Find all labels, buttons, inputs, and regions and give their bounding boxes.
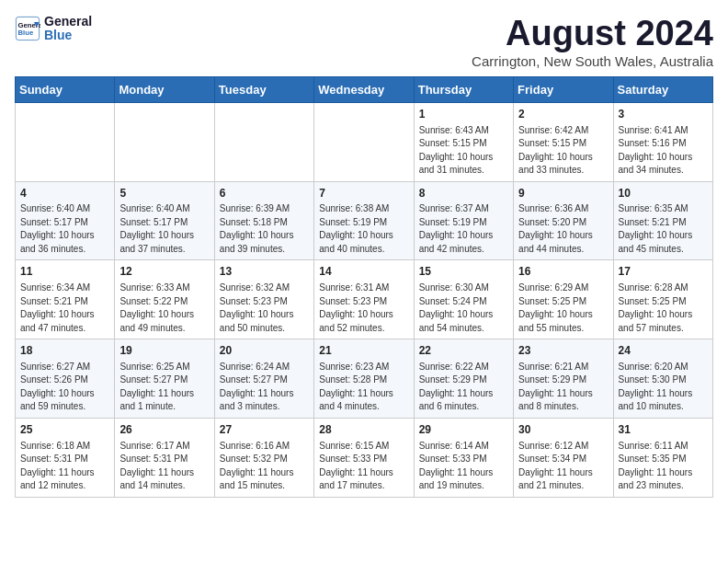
calendar-cell: 13Sunrise: 6:32 AM Sunset: 5:23 PM Dayli… bbox=[214, 260, 313, 339]
calendar-cell: 19Sunrise: 6:25 AM Sunset: 5:27 PM Dayli… bbox=[115, 339, 214, 419]
calendar-header-row: SundayMondayTuesdayWednesdayThursdayFrid… bbox=[16, 76, 713, 102]
day-info: Sunrise: 6:11 AM Sunset: 5:35 PM Dayligh… bbox=[619, 440, 708, 493]
day-number: 6 bbox=[220, 186, 309, 201]
col-header-monday: Monday bbox=[115, 76, 214, 102]
day-info: Sunrise: 6:38 AM Sunset: 5:19 PM Dayligh… bbox=[319, 202, 408, 256]
day-number: 14 bbox=[319, 264, 408, 280]
day-number: 18 bbox=[20, 343, 109, 359]
day-info: Sunrise: 6:39 AM Sunset: 5:18 PM Dayligh… bbox=[220, 202, 309, 256]
calendar-cell: 14Sunrise: 6:31 AM Sunset: 5:23 PM Dayli… bbox=[314, 260, 414, 339]
day-number: 9 bbox=[518, 186, 608, 201]
day-number: 19 bbox=[119, 343, 209, 359]
calendar-cell: 28Sunrise: 6:15 AM Sunset: 5:33 PM Dayli… bbox=[314, 418, 414, 497]
calendar-week-1: 1Sunrise: 6:43 AM Sunset: 5:15 PM Daylig… bbox=[16, 102, 713, 181]
calendar-week-2: 4Sunrise: 6:40 AM Sunset: 5:17 PM Daylig… bbox=[16, 181, 713, 260]
day-info: Sunrise: 6:18 AM Sunset: 5:31 PM Dayligh… bbox=[20, 440, 109, 493]
day-info: Sunrise: 6:21 AM Sunset: 5:29 PM Dayligh… bbox=[518, 361, 608, 414]
col-header-friday: Friday bbox=[514, 76, 613, 102]
day-info: Sunrise: 6:23 AM Sunset: 5:28 PM Dayligh… bbox=[319, 361, 408, 414]
calendar-week-4: 18Sunrise: 6:27 AM Sunset: 5:26 PM Dayli… bbox=[16, 339, 713, 419]
day-info: Sunrise: 6:40 AM Sunset: 5:17 PM Dayligh… bbox=[20, 202, 109, 256]
calendar-cell: 8Sunrise: 6:37 AM Sunset: 5:19 PM Daylig… bbox=[414, 181, 513, 260]
day-info: Sunrise: 6:40 AM Sunset: 5:17 PM Dayligh… bbox=[119, 202, 209, 256]
day-number: 27 bbox=[220, 422, 309, 438]
day-info: Sunrise: 6:22 AM Sunset: 5:29 PM Dayligh… bbox=[419, 361, 508, 414]
calendar-cell: 18Sunrise: 6:27 AM Sunset: 5:26 PM Dayli… bbox=[16, 339, 115, 419]
day-info: Sunrise: 6:42 AM Sunset: 5:15 PM Dayligh… bbox=[518, 124, 608, 178]
day-info: Sunrise: 6:29 AM Sunset: 5:25 PM Dayligh… bbox=[518, 282, 608, 335]
day-info: Sunrise: 6:15 AM Sunset: 5:33 PM Dayligh… bbox=[319, 440, 408, 493]
day-info: Sunrise: 6:34 AM Sunset: 5:21 PM Dayligh… bbox=[20, 282, 109, 335]
day-number: 21 bbox=[319, 343, 408, 359]
calendar-cell: 26Sunrise: 6:17 AM Sunset: 5:31 PM Dayli… bbox=[115, 418, 214, 497]
day-info: Sunrise: 6:33 AM Sunset: 5:22 PM Dayligh… bbox=[119, 282, 209, 335]
calendar-cell: 2Sunrise: 6:42 AM Sunset: 5:15 PM Daylig… bbox=[514, 102, 613, 181]
col-header-sunday: Sunday bbox=[16, 76, 115, 102]
day-number: 29 bbox=[419, 422, 508, 438]
calendar-cell: 7Sunrise: 6:38 AM Sunset: 5:19 PM Daylig… bbox=[314, 181, 414, 260]
day-number: 25 bbox=[20, 422, 109, 438]
day-number: 12 bbox=[119, 264, 209, 280]
day-info: Sunrise: 6:25 AM Sunset: 5:27 PM Dayligh… bbox=[119, 361, 209, 414]
title-block: August 2024 Carrington, New South Wales,… bbox=[472, 15, 713, 69]
day-number: 3 bbox=[619, 107, 708, 122]
calendar-cell: 21Sunrise: 6:23 AM Sunset: 5:28 PM Dayli… bbox=[314, 339, 414, 419]
day-number: 13 bbox=[220, 264, 309, 280]
calendar-cell bbox=[214, 102, 313, 181]
calendar-cell: 31Sunrise: 6:11 AM Sunset: 5:35 PM Dayli… bbox=[613, 418, 712, 497]
calendar-cell bbox=[314, 102, 414, 181]
day-number: 4 bbox=[20, 186, 109, 201]
day-info: Sunrise: 6:28 AM Sunset: 5:25 PM Dayligh… bbox=[619, 282, 708, 335]
calendar-cell bbox=[115, 102, 214, 181]
calendar-cell: 9Sunrise: 6:36 AM Sunset: 5:20 PM Daylig… bbox=[514, 181, 613, 260]
logo-general: General bbox=[44, 15, 92, 29]
day-number: 31 bbox=[619, 422, 708, 438]
day-info: Sunrise: 6:35 AM Sunset: 5:21 PM Dayligh… bbox=[619, 202, 708, 256]
calendar-cell: 4Sunrise: 6:40 AM Sunset: 5:17 PM Daylig… bbox=[16, 181, 115, 260]
day-number: 10 bbox=[619, 186, 708, 201]
calendar-cell: 11Sunrise: 6:34 AM Sunset: 5:21 PM Dayli… bbox=[16, 260, 115, 339]
calendar-table: SundayMondayTuesdayWednesdayThursdayFrid… bbox=[15, 76, 713, 498]
logo-blue: Blue bbox=[44, 29, 92, 42]
logo-icon: General Blue bbox=[15, 16, 40, 41]
day-number: 16 bbox=[518, 264, 608, 280]
logo: General Blue General Blue bbox=[15, 15, 92, 43]
day-info: Sunrise: 6:20 AM Sunset: 5:30 PM Dayligh… bbox=[619, 361, 708, 414]
day-number: 1 bbox=[419, 107, 508, 122]
calendar-cell: 20Sunrise: 6:24 AM Sunset: 5:27 PM Dayli… bbox=[214, 339, 313, 419]
day-number: 8 bbox=[419, 186, 508, 201]
day-number: 22 bbox=[419, 343, 508, 359]
calendar-cell: 24Sunrise: 6:20 AM Sunset: 5:30 PM Dayli… bbox=[613, 339, 712, 419]
calendar-cell: 25Sunrise: 6:18 AM Sunset: 5:31 PM Dayli… bbox=[16, 418, 115, 497]
day-info: Sunrise: 6:31 AM Sunset: 5:23 PM Dayligh… bbox=[319, 282, 408, 335]
calendar-cell: 16Sunrise: 6:29 AM Sunset: 5:25 PM Dayli… bbox=[514, 260, 613, 339]
col-header-tuesday: Tuesday bbox=[214, 76, 313, 102]
day-info: Sunrise: 6:14 AM Sunset: 5:33 PM Dayligh… bbox=[419, 440, 508, 493]
calendar-cell: 6Sunrise: 6:39 AM Sunset: 5:18 PM Daylig… bbox=[214, 181, 313, 260]
calendar-cell: 22Sunrise: 6:22 AM Sunset: 5:29 PM Dayli… bbox=[414, 339, 513, 419]
day-info: Sunrise: 6:30 AM Sunset: 5:24 PM Dayligh… bbox=[419, 282, 508, 335]
calendar-cell: 29Sunrise: 6:14 AM Sunset: 5:33 PM Dayli… bbox=[414, 418, 513, 497]
calendar-cell: 27Sunrise: 6:16 AM Sunset: 5:32 PM Dayli… bbox=[214, 418, 313, 497]
day-number: 23 bbox=[518, 343, 608, 359]
calendar-cell: 10Sunrise: 6:35 AM Sunset: 5:21 PM Dayli… bbox=[613, 181, 712, 260]
calendar-cell: 1Sunrise: 6:43 AM Sunset: 5:15 PM Daylig… bbox=[414, 102, 513, 181]
day-number: 28 bbox=[319, 422, 408, 438]
day-info: Sunrise: 6:43 AM Sunset: 5:15 PM Dayligh… bbox=[419, 124, 508, 178]
calendar-cell: 12Sunrise: 6:33 AM Sunset: 5:22 PM Dayli… bbox=[115, 260, 214, 339]
day-number: 30 bbox=[518, 422, 608, 438]
day-info: Sunrise: 6:27 AM Sunset: 5:26 PM Dayligh… bbox=[20, 361, 109, 414]
day-info: Sunrise: 6:41 AM Sunset: 5:16 PM Dayligh… bbox=[619, 124, 708, 178]
calendar-cell: 15Sunrise: 6:30 AM Sunset: 5:24 PM Dayli… bbox=[414, 260, 513, 339]
day-number: 24 bbox=[619, 343, 708, 359]
day-number: 5 bbox=[119, 186, 209, 201]
calendar-week-3: 11Sunrise: 6:34 AM Sunset: 5:21 PM Dayli… bbox=[16, 260, 713, 339]
calendar-cell: 3Sunrise: 6:41 AM Sunset: 5:16 PM Daylig… bbox=[613, 102, 712, 181]
day-number: 20 bbox=[220, 343, 309, 359]
day-number: 2 bbox=[518, 107, 608, 122]
calendar-cell: 30Sunrise: 6:12 AM Sunset: 5:34 PM Dayli… bbox=[514, 418, 613, 497]
day-info: Sunrise: 6:17 AM Sunset: 5:31 PM Dayligh… bbox=[119, 440, 209, 493]
day-number: 17 bbox=[619, 264, 708, 280]
day-info: Sunrise: 6:12 AM Sunset: 5:34 PM Dayligh… bbox=[518, 440, 608, 493]
svg-text:Blue: Blue bbox=[18, 29, 34, 37]
